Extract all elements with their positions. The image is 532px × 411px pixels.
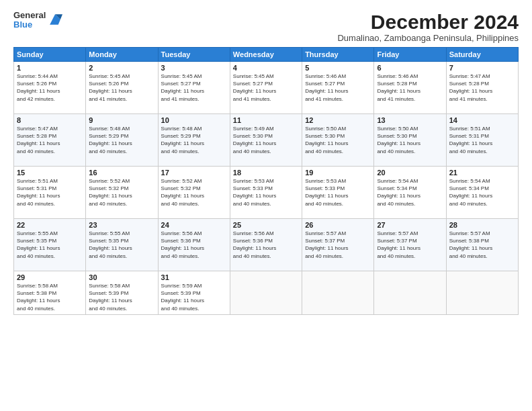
day-number: 15 (17, 169, 83, 177)
day-info: Sunrise: 5:56 AMSunset: 5:36 PMDaylight:… (233, 230, 299, 260)
logo-line1: General (13, 11, 46, 20)
day-number: 23 (89, 221, 154, 229)
calendar-cell: 14Sunrise: 5:51 AMSunset: 5:31 PMDayligh… (446, 114, 518, 167)
day-number: 21 (449, 169, 515, 177)
column-header-monday: Monday (86, 48, 158, 62)
calendar-cell: 6Sunrise: 5:46 AMSunset: 5:28 PMDaylight… (374, 62, 446, 114)
column-header-thursday: Thursday (302, 48, 374, 62)
column-header-sunday: Sunday (14, 48, 86, 62)
calendar-cell: 29Sunrise: 5:58 AMSunset: 5:38 PMDayligh… (14, 271, 86, 315)
day-number: 2 (89, 64, 154, 72)
day-number: 1 (17, 64, 83, 72)
calendar-cell: 16Sunrise: 5:52 AMSunset: 5:32 PMDayligh… (86, 167, 158, 219)
calendar-cell: 2Sunrise: 5:45 AMSunset: 5:26 PMDaylight… (86, 62, 158, 114)
calendar-cell: 17Sunrise: 5:52 AMSunset: 5:32 PMDayligh… (158, 167, 230, 219)
day-number: 7 (449, 64, 515, 72)
day-info: Sunrise: 5:44 AMSunset: 5:26 PMDaylight:… (17, 73, 83, 103)
calendar-cell: 8Sunrise: 5:47 AMSunset: 5:28 PMDaylight… (14, 114, 86, 167)
day-number: 20 (377, 169, 443, 177)
calendar-cell: 13Sunrise: 5:50 AMSunset: 5:30 PMDayligh… (374, 114, 446, 167)
page-title: December 2024 (337, 11, 519, 33)
day-number: 6 (377, 64, 443, 72)
page-subtitle: Dumalinao, Zamboanga Peninsula, Philippi… (337, 33, 519, 43)
calendar-week-5: 29Sunrise: 5:58 AMSunset: 5:38 PMDayligh… (14, 271, 519, 315)
calendar-cell: 23Sunrise: 5:55 AMSunset: 5:35 PMDayligh… (86, 219, 158, 271)
day-number: 10 (161, 116, 227, 124)
day-number: 11 (233, 116, 299, 124)
day-number: 22 (17, 221, 83, 229)
day-info: Sunrise: 5:57 AMSunset: 5:38 PMDaylight:… (449, 230, 515, 260)
calendar-cell: 26Sunrise: 5:57 AMSunset: 5:37 PMDayligh… (302, 219, 374, 271)
day-number: 5 (305, 64, 371, 72)
day-info: Sunrise: 5:48 AMSunset: 5:29 PMDaylight:… (161, 125, 227, 155)
day-info: Sunrise: 5:47 AMSunset: 5:28 PMDaylight:… (449, 73, 515, 103)
calendar-cell (302, 271, 374, 315)
day-number: 3 (161, 64, 227, 72)
calendar-week-1: 1Sunrise: 5:44 AMSunset: 5:26 PMDaylight… (14, 62, 519, 114)
day-number: 13 (377, 116, 443, 124)
day-info: Sunrise: 5:57 AMSunset: 5:37 PMDaylight:… (377, 230, 443, 260)
day-info: Sunrise: 5:51 AMSunset: 5:31 PMDaylight:… (17, 177, 83, 208)
calendar-cell: 27Sunrise: 5:57 AMSunset: 5:37 PMDayligh… (374, 219, 446, 271)
day-number: 4 (233, 64, 299, 72)
day-info: Sunrise: 5:49 AMSunset: 5:30 PMDaylight:… (233, 125, 299, 155)
day-info: Sunrise: 5:50 AMSunset: 5:30 PMDaylight:… (305, 125, 371, 155)
calendar-cell (446, 271, 518, 315)
calendar-cell: 11Sunrise: 5:49 AMSunset: 5:30 PMDayligh… (230, 114, 302, 167)
day-info: Sunrise: 5:48 AMSunset: 5:29 PMDaylight:… (89, 125, 154, 155)
calendar-cell (230, 271, 302, 315)
logo-icon (48, 12, 62, 27)
calendar-cell: 22Sunrise: 5:55 AMSunset: 5:35 PMDayligh… (14, 219, 86, 271)
page: General Blue December 2024 Dumalinao, Za… (0, 0, 532, 411)
column-header-friday: Friday (374, 48, 446, 62)
day-number: 17 (161, 169, 227, 177)
day-info: Sunrise: 5:54 AMSunset: 5:34 PMDaylight:… (449, 177, 515, 208)
calendar-cell: 19Sunrise: 5:53 AMSunset: 5:33 PMDayligh… (302, 167, 374, 219)
calendar-cell: 28Sunrise: 5:57 AMSunset: 5:38 PMDayligh… (446, 219, 518, 271)
day-info: Sunrise: 5:52 AMSunset: 5:32 PMDaylight:… (89, 177, 154, 208)
calendar-cell: 20Sunrise: 5:54 AMSunset: 5:34 PMDayligh… (374, 167, 446, 219)
day-info: Sunrise: 5:45 AMSunset: 5:27 PMDaylight:… (233, 73, 299, 103)
calendar-week-3: 15Sunrise: 5:51 AMSunset: 5:31 PMDayligh… (14, 167, 519, 219)
day-number: 16 (89, 169, 154, 177)
calendar-cell: 10Sunrise: 5:48 AMSunset: 5:29 PMDayligh… (158, 114, 230, 167)
calendar-cell: 25Sunrise: 5:56 AMSunset: 5:36 PMDayligh… (230, 219, 302, 271)
calendar-cell: 5Sunrise: 5:46 AMSunset: 5:27 PMDaylight… (302, 62, 374, 114)
calendar-cell: 4Sunrise: 5:45 AMSunset: 5:27 PMDaylight… (230, 62, 302, 114)
day-info: Sunrise: 5:47 AMSunset: 5:28 PMDaylight:… (17, 125, 83, 155)
day-info: Sunrise: 5:52 AMSunset: 5:32 PMDaylight:… (161, 177, 227, 208)
calendar-cell: 31Sunrise: 5:59 AMSunset: 5:39 PMDayligh… (158, 271, 230, 315)
calendar-cell: 30Sunrise: 5:58 AMSunset: 5:39 PMDayligh… (86, 271, 158, 315)
day-info: Sunrise: 5:58 AMSunset: 5:39 PMDaylight:… (89, 282, 154, 312)
calendar-cell: 7Sunrise: 5:47 AMSunset: 5:28 PMDaylight… (446, 62, 518, 114)
day-info: Sunrise: 5:51 AMSunset: 5:31 PMDaylight:… (449, 125, 515, 155)
day-number: 31 (161, 273, 227, 281)
calendar-week-4: 22Sunrise: 5:55 AMSunset: 5:35 PMDayligh… (14, 219, 519, 271)
logo: General Blue (13, 11, 62, 30)
day-info: Sunrise: 5:57 AMSunset: 5:37 PMDaylight:… (305, 230, 371, 260)
day-info: Sunrise: 5:45 AMSunset: 5:26 PMDaylight:… (89, 73, 154, 103)
day-number: 19 (305, 169, 371, 177)
column-header-wednesday: Wednesday (230, 48, 302, 62)
calendar-cell: 3Sunrise: 5:45 AMSunset: 5:27 PMDaylight… (158, 62, 230, 114)
day-info: Sunrise: 5:46 AMSunset: 5:28 PMDaylight:… (377, 73, 443, 103)
day-info: Sunrise: 5:54 AMSunset: 5:34 PMDaylight:… (377, 177, 443, 208)
title-block: December 2024 Dumalinao, Zamboanga Penin… (337, 11, 519, 43)
day-info: Sunrise: 5:45 AMSunset: 5:27 PMDaylight:… (161, 73, 227, 103)
day-info: Sunrise: 5:58 AMSunset: 5:38 PMDaylight:… (17, 282, 83, 312)
day-number: 9 (89, 116, 154, 124)
calendar-cell: 12Sunrise: 5:50 AMSunset: 5:30 PMDayligh… (302, 114, 374, 167)
calendar-cell: 21Sunrise: 5:54 AMSunset: 5:34 PMDayligh… (446, 167, 518, 219)
column-header-saturday: Saturday (446, 48, 518, 62)
day-number: 28 (449, 221, 515, 229)
day-info: Sunrise: 5:59 AMSunset: 5:39 PMDaylight:… (161, 282, 227, 312)
day-number: 18 (233, 169, 299, 177)
day-info: Sunrise: 5:53 AMSunset: 5:33 PMDaylight:… (233, 177, 299, 208)
day-info: Sunrise: 5:55 AMSunset: 5:35 PMDaylight:… (89, 230, 154, 260)
logo-text: General Blue (13, 11, 46, 30)
day-info: Sunrise: 5:56 AMSunset: 5:36 PMDaylight:… (161, 230, 227, 260)
calendar-cell: 15Sunrise: 5:51 AMSunset: 5:31 PMDayligh… (14, 167, 86, 219)
day-info: Sunrise: 5:50 AMSunset: 5:30 PMDaylight:… (377, 125, 443, 155)
header: General Blue December 2024 Dumalinao, Za… (13, 11, 519, 43)
day-number: 29 (17, 273, 83, 281)
